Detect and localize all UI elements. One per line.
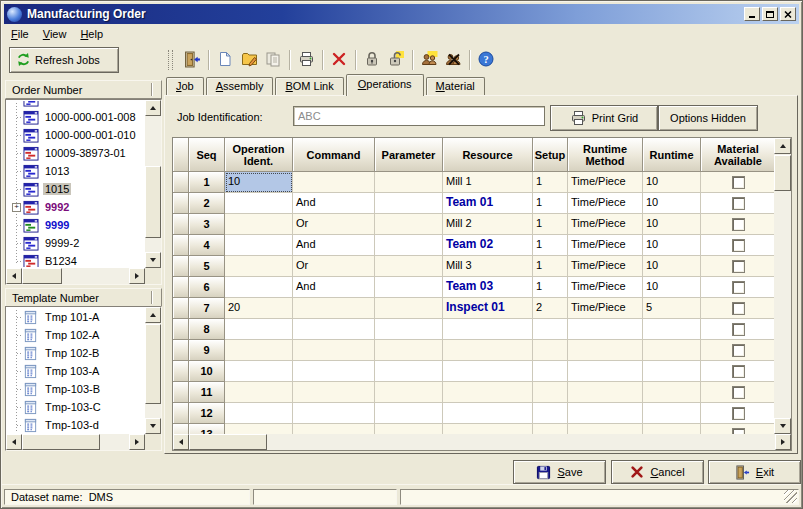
grid-cell-runtime[interactable]: 10 — [643, 235, 701, 256]
grid-cell-resource[interactable]: Inspect 01 — [443, 298, 533, 319]
tab-job[interactable]: Job — [166, 77, 204, 95]
grid-cell-resource[interactable]: Team 03 — [443, 277, 533, 298]
grid-cell-command[interactable] — [293, 340, 375, 361]
help-button[interactable]: ? — [474, 48, 498, 72]
grid-column-header[interactable] — [173, 138, 189, 172]
grid-cell-runtime[interactable]: 10 — [643, 214, 701, 235]
exit-button[interactable]: Exit — [708, 460, 801, 484]
cancel-button[interactable]: Cancel — [611, 460, 704, 484]
grid-cell-runtime[interactable]: 10 — [643, 256, 701, 277]
grid-cell-operation-ident[interactable] — [225, 424, 293, 434]
row-header-seq[interactable]: 5 — [189, 256, 225, 277]
grid-cell-operation-ident[interactable] — [225, 256, 293, 277]
grid-cell-setup[interactable]: 1 — [533, 172, 568, 193]
print-grid-button[interactable]: Print Grid — [550, 105, 658, 131]
grid-cell-setup[interactable]: 2 — [533, 298, 568, 319]
grid-cell-resource[interactable] — [443, 361, 533, 382]
grid-cell-resource[interactable] — [443, 319, 533, 340]
delete-button[interactable] — [327, 48, 351, 72]
order-tree-item[interactable]: 1015 — [8, 180, 144, 198]
save-button[interactable]: Save — [513, 460, 606, 484]
grid-cell-runtime-method[interactable] — [568, 424, 643, 434]
refresh-jobs-button[interactable]: Refresh Jobs — [9, 47, 119, 73]
menu-item-view[interactable]: View — [36, 26, 74, 42]
resize-grip[interactable] — [784, 490, 797, 503]
template-tree-item[interactable]: Tmp-103-d — [8, 416, 144, 433]
row-header-seq[interactable]: 9 — [189, 340, 225, 361]
grid-cell-command[interactable]: And — [293, 193, 375, 214]
grid-cell-setup[interactable] — [533, 382, 568, 403]
grid-cell-runtime-method[interactable]: Time/Piece — [568, 256, 643, 277]
row-header-seq[interactable]: 11 — [189, 382, 225, 403]
copy-button[interactable] — [261, 48, 285, 72]
row-header-seq[interactable]: 3 — [189, 214, 225, 235]
grid-cell-operation-ident[interactable] — [225, 235, 293, 256]
grid-cell-runtime-method[interactable]: Time/Piece — [568, 235, 643, 256]
template-tree-item[interactable]: Tmp 102-A — [8, 326, 144, 344]
tab-bom-link[interactable]: BOM Link — [275, 77, 343, 95]
grid-cell-parameter[interactable] — [375, 382, 443, 403]
grid-cell-runtime-method[interactable]: Time/Piece — [568, 277, 643, 298]
edit-folder-button[interactable] — [237, 48, 261, 72]
grid-cell-runtime[interactable] — [643, 319, 701, 340]
expand-plus-icon[interactable]: + — [12, 203, 21, 212]
row-header-seq[interactable]: 6 — [189, 277, 225, 298]
scroll-right-button[interactable] — [129, 268, 145, 284]
material-available-checkbox[interactable] — [732, 218, 745, 231]
users-add-button[interactable] — [417, 48, 441, 72]
grid-cell-setup[interactable]: 1 — [533, 193, 568, 214]
row-header-seq[interactable]: 10 — [189, 361, 225, 382]
grid-cell-setup[interactable] — [533, 361, 568, 382]
grid-cell-operation-ident[interactable] — [225, 319, 293, 340]
scroll-thumb[interactable] — [22, 268, 62, 284]
grid-column-header[interactable]: Resource — [443, 138, 533, 172]
grid-cell-parameter[interactable] — [375, 172, 443, 193]
scroll-left-button[interactable] — [6, 268, 22, 284]
grid-cell-runtime[interactable]: 10 — [643, 277, 701, 298]
grid-cell-runtime-method[interactable]: Time/Piece — [568, 193, 643, 214]
order-tree-item[interactable]: 1013 — [8, 162, 144, 180]
row-header-seq[interactable]: 7 — [189, 298, 225, 319]
grid-cell-command[interactable] — [293, 361, 375, 382]
scroll-thumb[interactable] — [189, 434, 267, 450]
grid-cell-operation-ident[interactable] — [225, 361, 293, 382]
new-document-button[interactable] — [213, 48, 237, 72]
template-tree-item[interactable]: Tmp 103-A — [8, 362, 144, 380]
order-tree-item[interactable]: +9992 — [8, 198, 144, 216]
grid-cell-runtime[interactable] — [643, 361, 701, 382]
template-tree-item[interactable]: Tmp-103-C — [8, 398, 144, 416]
exit-door-button[interactable] — [180, 48, 204, 72]
material-available-checkbox[interactable] — [732, 197, 745, 210]
order-tree-item[interactable] — [8, 101, 144, 108]
scroll-left-button[interactable] — [6, 434, 22, 450]
grid-cell-operation-ident[interactable] — [225, 214, 293, 235]
order-tree-item[interactable]: 9999-2 — [8, 234, 144, 252]
template-list-horizontal-scrollbar[interactable] — [6, 434, 145, 450]
grid-column-header[interactable]: Seq — [189, 138, 225, 172]
grid-cell-runtime-method[interactable]: Time/Piece — [568, 298, 643, 319]
scroll-down-button[interactable] — [145, 418, 161, 434]
grid-vertical-scrollbar[interactable] — [774, 138, 791, 434]
row-header-seq[interactable]: 8 — [189, 319, 225, 340]
grid-cell-runtime[interactable]: 10 — [643, 172, 701, 193]
scroll-thumb[interactable] — [145, 166, 161, 238]
grid-column-header[interactable]: Parameter — [375, 138, 443, 172]
grid-cell-runtime-method[interactable]: Time/Piece — [568, 214, 643, 235]
template-tree-item[interactable]: Tmp 101-A — [8, 308, 144, 326]
grid-cell-setup[interactable]: 1 — [533, 277, 568, 298]
grid-cell-runtime-method[interactable] — [568, 319, 643, 340]
scroll-thumb[interactable] — [145, 324, 161, 404]
lock-open-button[interactable] — [384, 48, 408, 72]
template-tree-item[interactable]: Tmp-103-B — [8, 380, 144, 398]
grid-horizontal-scrollbar[interactable] — [173, 434, 791, 450]
grid-cell-setup[interactable]: 1 — [533, 235, 568, 256]
grid-cell-runtime[interactable] — [643, 340, 701, 361]
grid-cell-command[interactable] — [293, 298, 375, 319]
grid-cell-runtime[interactable] — [643, 382, 701, 403]
job-identification-input[interactable] — [293, 106, 545, 126]
maximize-button[interactable] — [762, 7, 778, 21]
options-hidden-button[interactable]: Options Hidden — [658, 105, 758, 131]
grid-cell-resource[interactable]: Mill 3 — [443, 256, 533, 277]
scroll-up-button[interactable] — [774, 138, 791, 154]
material-available-checkbox[interactable] — [732, 386, 745, 399]
